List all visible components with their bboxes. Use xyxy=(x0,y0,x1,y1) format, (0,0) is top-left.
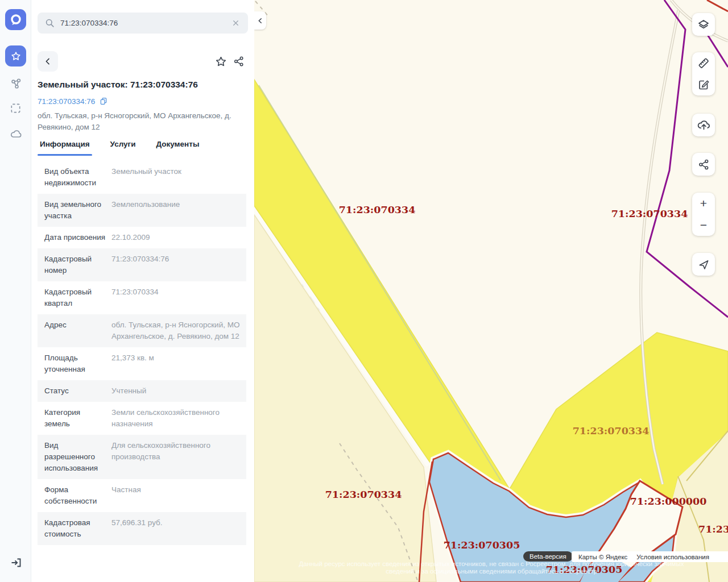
app-logo-icon xyxy=(9,13,23,27)
search-icon xyxy=(44,18,55,28)
row-value: Учтенный xyxy=(111,385,246,397)
layers-control xyxy=(692,13,715,36)
terms-of-use-link[interactable]: Условия использования xyxy=(636,554,709,560)
table-row: Дата присвоения22.10.2009 xyxy=(38,227,246,248)
copy-icon xyxy=(99,97,108,106)
icon-rail xyxy=(0,0,31,582)
cloud-upload-icon xyxy=(697,118,711,132)
search-bar xyxy=(38,13,248,34)
table-row: Вид земельного участкаЗемлепользование xyxy=(38,194,246,227)
row-value: 57,696.31 руб. xyxy=(111,517,246,540)
measure-control xyxy=(692,52,715,95)
detail-panel: Земельный участок: 71:23:070334:76 71:23… xyxy=(31,0,254,582)
back-button[interactable] xyxy=(38,51,58,72)
chevron-left-icon xyxy=(257,18,263,24)
row-value: 21,373 кв. м xyxy=(111,352,246,375)
map-share-button[interactable] xyxy=(692,153,715,176)
search-input[interactable] xyxy=(60,19,230,27)
sidebar-item-polygons[interactable] xyxy=(5,73,26,94)
copy-button[interactable] xyxy=(99,97,108,106)
table-row: Адресобл. Тульская, р-н Ясногорский, МО … xyxy=(38,314,246,347)
cloud-upload-button[interactable] xyxy=(692,114,715,136)
row-value: 71:23:070334 xyxy=(111,286,246,309)
cadastral-label: 71:23:070334 xyxy=(573,425,650,436)
sidebar-item-favorites[interactable] xyxy=(5,45,26,66)
row-value: Для сельскохозяйственного производства xyxy=(111,440,246,474)
sidebar-item-cloud[interactable] xyxy=(5,123,26,144)
share-icon xyxy=(233,55,245,68)
draw-button[interactable] xyxy=(692,74,715,95)
row-label: Форма собственности xyxy=(44,484,111,507)
row-value: 71:23:070334:76 xyxy=(111,253,246,276)
row-label: Кадастровый квартал xyxy=(44,286,111,309)
row-value: обл. Тульская, р-н Ясногорский, МО Архан… xyxy=(111,319,246,342)
cadastral-map-app: Земельный участок: 71:23:070334:76 71:23… xyxy=(0,0,728,582)
row-label: Кадастровый номер xyxy=(44,253,111,276)
row-label: Статус xyxy=(44,385,111,397)
clear-search-button[interactable] xyxy=(230,18,241,28)
row-value: Земли сельскохозяйственного назначения xyxy=(111,407,246,430)
collapse-panel-button[interactable] xyxy=(254,11,266,30)
row-label: Дата присвоения xyxy=(44,232,111,243)
cadastral-label: 71:23:070305 xyxy=(546,564,623,575)
cadastral-label: 71:23:07 xyxy=(698,523,728,535)
table-row: Кадастровый номер71:23:070334:76 xyxy=(38,248,246,281)
row-value: Земельный участок xyxy=(111,166,246,189)
row-value: Землепользование xyxy=(111,199,246,222)
locate-control xyxy=(692,253,715,276)
star-outline-icon xyxy=(214,55,228,68)
zoom-out-button[interactable]: − xyxy=(692,214,715,236)
page-title: Земельный участок: 71:23:070334:76 xyxy=(38,80,249,90)
cadastral-label: 71:23:070334 xyxy=(339,204,416,215)
row-label: Кадастровая стоимость xyxy=(44,517,111,540)
properties-table: Вид объекта недвижимостиЗемельный участо… xyxy=(38,161,246,545)
row-label: Категория земель xyxy=(44,407,111,430)
table-row: Вид объекта недвижимостиЗемельный участо… xyxy=(38,161,246,194)
share-button[interactable] xyxy=(230,52,248,70)
sign-in-button[interactable] xyxy=(5,552,26,573)
share-control xyxy=(692,153,715,176)
ruler-button[interactable] xyxy=(692,52,715,74)
edit-icon xyxy=(697,78,710,92)
cadastral-label: 71:23:070334 xyxy=(611,208,688,219)
layers-icon xyxy=(697,18,710,31)
map-canvas[interactable]: 9'op xyxy=(254,0,728,582)
zoom-control: + − xyxy=(692,193,715,236)
row-label: Площадь уточненная xyxy=(44,352,111,375)
layers-button[interactable] xyxy=(692,13,715,36)
table-row: Площадь уточненная21,373 кв. м xyxy=(38,347,246,380)
select-area-icon xyxy=(9,102,22,115)
row-label: Вид объекта недвижимости xyxy=(44,166,111,189)
table-row: Кадастровый квартал71:23:070334 xyxy=(38,281,246,314)
table-row: Вид разрешенного использованияДля сельск… xyxy=(38,435,246,479)
attribution-strip: Карты © Яндекс Условия использования xyxy=(572,551,728,562)
close-icon xyxy=(231,19,240,27)
table-row: Форма собственностиЧастная xyxy=(38,479,246,512)
cadastral-number-link[interactable]: 71:23:070334:76 xyxy=(38,97,95,106)
tab-services[interactable]: Услуги xyxy=(108,140,138,156)
star-icon xyxy=(10,50,22,63)
map-layers[interactable]: 9'op xyxy=(254,0,728,582)
cadastral-link-row: 71:23:070334:76 xyxy=(38,97,108,106)
row-value: 22.10.2009 xyxy=(111,232,246,243)
panel-header xyxy=(38,51,248,72)
row-label: Вид разрешенного использования xyxy=(44,440,111,474)
tab-bar: Информация Услуги Документы xyxy=(38,140,201,156)
favorite-button[interactable] xyxy=(212,52,230,70)
table-row: Категория земельЗемли сельскохозяйственн… xyxy=(38,402,246,435)
ruler-icon xyxy=(697,56,710,70)
locate-button[interactable] xyxy=(692,253,715,276)
cadastral-label: 71:23:000000 xyxy=(630,496,707,507)
upload-control xyxy=(692,114,715,136)
table-row: Кадастровая стоимость57,696.31 руб. xyxy=(38,512,246,545)
sign-in-icon xyxy=(9,556,23,569)
object-address: обл. Тульская, р-н Ясногорский, МО Архан… xyxy=(38,110,242,133)
tab-information[interactable]: Информация xyxy=(38,140,92,156)
chevron-left-icon xyxy=(43,57,52,66)
tab-documents[interactable]: Документы xyxy=(154,140,202,156)
sidebar-item-select-area[interactable] xyxy=(5,98,26,119)
app-logo[interactable] xyxy=(5,9,26,30)
navigate-arrow-icon xyxy=(697,258,710,271)
yandex-maps-link[interactable]: Карты © Яндекс xyxy=(578,554,627,560)
zoom-in-button[interactable]: + xyxy=(692,193,715,214)
